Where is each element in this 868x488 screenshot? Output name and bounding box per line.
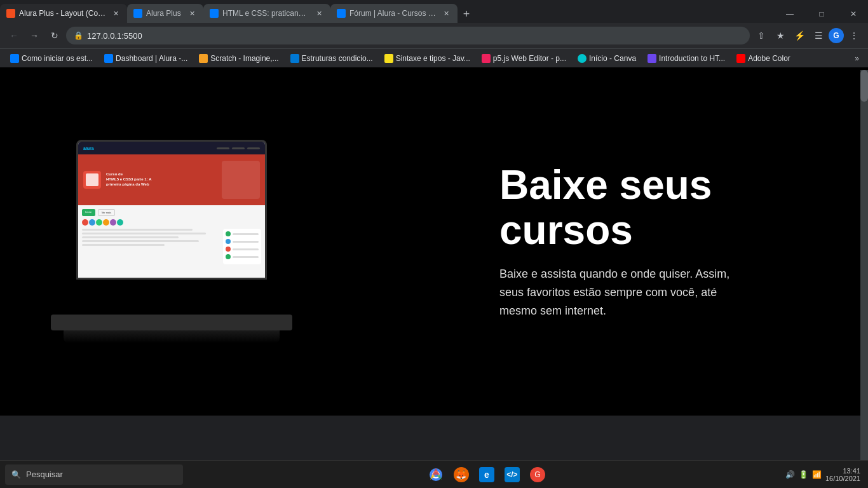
- tabs-bar: Alura Plus - Layout (Copy) – Fign ✕ Alur…: [0, 0, 868, 23]
- minimize-button[interactable]: —: [775, 5, 804, 23]
- taskbar-chrome2-icon[interactable]: G: [526, 463, 549, 486]
- taskbar-time: 13:41 16/10/2021: [825, 467, 860, 482]
- taskbar-volume-icon[interactable]: 🔊: [785, 470, 795, 479]
- tab-label-html-css: HTML e CSS: praticando HTML/C...: [222, 9, 310, 18]
- panel-circle-2: [226, 239, 231, 244]
- avatar-2: [89, 219, 95, 226]
- tab-close-forum[interactable]: ✕: [441, 8, 451, 18]
- bookmark-p5js[interactable]: p5.js Web Editor - p...: [477, 53, 571, 64]
- laptop-shadow: [64, 330, 280, 343]
- bookmark-sintaxe[interactable]: Sintaxe e tipos - Jav...: [379, 53, 475, 64]
- bookmark-label-6: p5.js Web Editor - p...: [493, 54, 566, 63]
- taskbar-app-icons: 🦊 e </> G: [188, 463, 785, 486]
- screen-nav-dot-3: [247, 147, 260, 149]
- address-text: 127.0.0.1:5500: [87, 31, 742, 41]
- avatar-3: [96, 219, 102, 226]
- tab-close-alura-plus[interactable]: ✕: [187, 8, 197, 18]
- panel-item-4: [226, 254, 259, 259]
- bookmarks-bar: Como iniciar os est... Dashboard | Alura…: [0, 48, 868, 67]
- tab-label-forum: Fórum | Alura - Cursos online de...: [349, 9, 437, 18]
- refresh-button[interactable]: ↻: [46, 27, 64, 44]
- taskbar-vscode-icon[interactable]: </>: [501, 463, 524, 486]
- html-css-favicon: [210, 9, 219, 18]
- laptop-illustration: alura: [51, 140, 305, 343]
- bookmark-label-5: Sintaxe e tipos - Jav...: [396, 54, 470, 63]
- panel-line-3: [233, 248, 259, 250]
- forum-favicon: [337, 9, 346, 18]
- bookmark-dashboard[interactable]: Dashboard | Alura -...: [99, 53, 193, 64]
- bookmark-como-iniciar[interactable]: Como iniciar os est...: [5, 53, 98, 64]
- laptop-screen: alura: [76, 140, 267, 280]
- close-button[interactable]: ✕: [839, 5, 868, 23]
- bookmark-favicon-8: [648, 54, 656, 63]
- clock-time: 13:41: [825, 467, 860, 475]
- tab-alura-plus[interactable]: Alura Plus ✕: [127, 4, 203, 23]
- bookmark-label-2: Dashboard | Alura -...: [116, 54, 187, 63]
- screen-hero: Curso deHTML5 e CSS3 parte 1: Aprimeira …: [78, 154, 265, 205]
- scrollbar[interactable]: [860, 70, 868, 416]
- alura-plus-favicon: [133, 9, 142, 18]
- taskbar-chrome-icon[interactable]: [424, 463, 447, 486]
- screen-left-col: [82, 229, 220, 264]
- tab-label-alura-plus: Alura Plus: [146, 9, 183, 18]
- bookmark-label-8: Introduction to HT...: [659, 54, 725, 63]
- screen-badge-inner: [86, 173, 98, 186]
- page-main-heading: Baixe seus cursos: [499, 163, 817, 252]
- screen-alura-logo: alura: [83, 146, 94, 151]
- menu-button[interactable]: ⋮: [845, 27, 863, 44]
- taskbar-search-box[interactable]: 🔍 Pesquisar: [5, 464, 183, 485]
- tab-close-html-css[interactable]: ✕: [314, 8, 324, 18]
- bookmark-favicon-7: [578, 54, 587, 63]
- tab-figma[interactable]: Alura Plus - Layout (Copy) – Fign ✕: [0, 4, 127, 23]
- bookmark-star-button[interactable]: ★: [771, 27, 789, 44]
- taskbar-search-text: Pesquisar: [26, 470, 63, 479]
- screen-text-5: [82, 244, 165, 246]
- screen-text-2: [82, 233, 206, 234]
- panel-circle-3: [226, 247, 231, 252]
- laptop-base: [51, 315, 292, 330]
- taskbar: 🔍 Pesquisar 🦊 e </> G: [0, 460, 868, 488]
- tab-html-css[interactable]: HTML e CSS: praticando HTML/C... ✕: [203, 4, 330, 23]
- bookmark-label-7: Início - Canva: [589, 54, 636, 63]
- bookmark-label-3: Scratch - Imagine,...: [210, 54, 278, 63]
- screen-outline-btn: Ver mais: [98, 209, 116, 216]
- bookmark-introduction[interactable]: Introduction to HT...: [642, 53, 730, 64]
- navigation-bar: ← → ↻ 🔒 127.0.0.1:5500 ⇧ ★ ⚡ ☰ G ⋮: [0, 23, 868, 48]
- taskbar-search-icon: 🔍: [11, 470, 21, 479]
- share-button[interactable]: ⇧: [752, 27, 770, 44]
- avatar-6: [117, 219, 123, 226]
- bookmark-scratch[interactable]: Scratch - Imagine,...: [194, 53, 283, 64]
- browser-window: Alura Plus - Layout (Copy) – Fign ✕ Alur…: [0, 0, 868, 416]
- back-button[interactable]: ←: [5, 27, 23, 44]
- screen-start-btn: Iniciar: [82, 209, 95, 216]
- bookmark-canva[interactable]: Início - Canva: [573, 53, 641, 64]
- new-tab-button[interactable]: +: [458, 5, 475, 23]
- screen-avatars: [82, 219, 261, 226]
- nav-right-icons: ⇧ ★ ⚡ ☰ G ⋮: [752, 27, 863, 44]
- avatar-4: [103, 219, 109, 226]
- tab-close-figma[interactable]: ✕: [111, 8, 121, 18]
- screen-nav-items: [217, 147, 260, 149]
- forward-button[interactable]: →: [25, 27, 43, 44]
- scrollbar-thumb[interactable]: [860, 70, 868, 102]
- panel-item-2: [226, 239, 259, 244]
- taskbar-firefox-icon[interactable]: 🦊: [450, 463, 473, 486]
- screen-text-4: [82, 240, 199, 242]
- taskbar-battery-icon: 🔋: [799, 470, 808, 479]
- bookmark-label-4: Estruturas condicio...: [302, 54, 373, 63]
- taskbar-edge-icon[interactable]: e: [475, 463, 498, 486]
- extensions-button[interactable]: ⚡: [790, 27, 808, 44]
- screen-hero-badge: [83, 171, 101, 189]
- address-bar[interactable]: 🔒 127.0.0.1:5500: [66, 27, 750, 44]
- profile-avatar[interactable]: G: [829, 28, 844, 43]
- bookmark-estruturas[interactable]: Estruturas condicio...: [285, 53, 378, 64]
- bookmark-favicon-3: [199, 54, 208, 63]
- bookmarks-more-button[interactable]: »: [851, 53, 863, 64]
- tab-forum[interactable]: Fórum | Alura - Cursos online de... ✕: [330, 4, 458, 23]
- page-text-content: Baixe seus cursos Baixe e assista quando…: [499, 163, 817, 320]
- maximize-button[interactable]: □: [807, 5, 836, 23]
- screen-text-3: [82, 236, 179, 238]
- sidebar-button[interactable]: ☰: [810, 27, 827, 44]
- main-page-content: alura: [0, 67, 868, 416]
- bookmark-adobe-color[interactable]: Adobe Color: [731, 53, 796, 64]
